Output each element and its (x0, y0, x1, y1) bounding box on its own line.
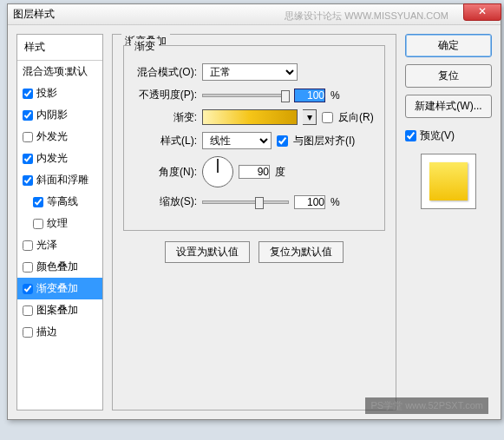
scale-input[interactable] (294, 195, 325, 209)
style-item-5[interactable]: 等高线 (17, 191, 102, 213)
style-checkbox-4[interactable] (23, 175, 33, 186)
blend-mode-label: 混合模式(O): (133, 65, 197, 80)
style-item-3[interactable]: 内发光 (17, 148, 102, 169)
fieldset-title: 渐变 (131, 39, 159, 54)
angle-unit: 度 (275, 165, 285, 180)
style-checkbox-0[interactable] (23, 89, 33, 99)
style-label-1: 内阴影 (36, 108, 68, 122)
style-item-0[interactable]: 投影 (17, 82, 102, 104)
style-item-8[interactable]: 颜色叠加 (17, 256, 102, 278)
style-checkbox-2[interactable] (23, 132, 33, 142)
blend-options-item[interactable]: 混合选项:默认 (17, 61, 102, 82)
watermark-top: 思缘设计论坛 WWW.MISSYUAN.COM (285, 10, 448, 23)
styles-sidebar: 样式 混合选项:默认 投影内阴影外发光内发光斜面和浮雕等高线纹理光泽颜色叠加渐变… (16, 34, 103, 410)
layer-style-dialog: 图层样式 思缘设计论坛 WWW.MISSYUAN.COM ✕ 样式 混合选项:默… (7, 3, 501, 420)
opacity-label: 不透明度(P): (133, 88, 197, 102)
gradient-label: 渐变: (133, 110, 197, 125)
angle-label: 角度(N): (133, 165, 197, 180)
style-item-11[interactable]: 描边 (17, 321, 102, 343)
style-label-8: 颜色叠加 (36, 259, 78, 274)
gradient-dropdown-icon[interactable]: ▾ (303, 109, 317, 125)
opacity-slider[interactable] (202, 94, 289, 97)
scale-unit: % (331, 196, 340, 208)
reset-default-button[interactable]: 复位为默认值 (259, 241, 344, 263)
style-label-9: 渐变叠加 (36, 281, 78, 296)
style-item-10[interactable]: 图案叠加 (17, 299, 102, 321)
right-button-panel: 确定 复位 新建样式(W)... 预览(V) (405, 34, 492, 410)
style-item-7[interactable]: 光泽 (17, 234, 102, 256)
style-checkbox-8[interactable] (23, 262, 33, 273)
style-checkbox-5[interactable] (33, 197, 43, 207)
style-checkbox-6[interactable] (33, 219, 43, 229)
style-label-6: 纹理 (47, 216, 68, 231)
new-style-button[interactable]: 新建样式(W)... (405, 95, 492, 118)
make-default-button[interactable]: 设置为默认值 (165, 241, 250, 263)
style-label-4: 斜面和浮雕 (36, 173, 88, 187)
close-button[interactable]: ✕ (463, 3, 501, 21)
preview-checkbox[interactable] (405, 130, 416, 141)
scale-slider[interactable] (202, 200, 289, 204)
style-label-2: 外发光 (36, 129, 68, 144)
style-item-4[interactable]: 斜面和浮雕 (17, 169, 102, 191)
style-checkbox-7[interactable] (23, 240, 33, 251)
style-item-1[interactable]: 内阴影 (17, 104, 102, 126)
style-checkbox-11[interactable] (23, 327, 33, 338)
style-item-2[interactable]: 外发光 (17, 126, 102, 148)
style-checkbox-3[interactable] (23, 154, 33, 164)
opacity-unit: % (331, 89, 340, 102)
gradient-fieldset: 渐变 混合模式(O): 正常 不透明度(P): % 渐变: ▾ 反向(R) (123, 45, 385, 231)
style-select[interactable]: 线性 (202, 132, 272, 149)
sidebar-header: 样式 (17, 35, 102, 61)
style-label: 样式(L): (133, 134, 197, 148)
align-label: 与图层对齐(I) (293, 134, 355, 148)
preview-swatch (429, 162, 468, 200)
style-list: 混合选项:默认 投影内阴影外发光内发光斜面和浮雕等高线纹理光泽颜色叠加渐变叠加图… (17, 61, 102, 410)
scale-label: 缩放(S): (133, 194, 197, 209)
style-checkbox-9[interactable] (23, 284, 33, 294)
reverse-checkbox[interactable] (322, 112, 333, 123)
gradient-swatch[interactable] (202, 109, 298, 125)
style-label-11: 描边 (36, 325, 57, 339)
cancel-button[interactable]: 复位 (405, 64, 492, 88)
style-item-9[interactable]: 渐变叠加 (17, 278, 102, 299)
style-label-5: 等高线 (47, 194, 78, 209)
titlebar: 图层样式 思缘设计论坛 WWW.MISSYUAN.COM ✕ (8, 4, 501, 25)
reverse-label: 反向(R) (338, 110, 374, 125)
blend-mode-select[interactable]: 正常 (202, 63, 298, 81)
angle-input[interactable] (239, 165, 270, 179)
preview-label: 预览(V) (420, 128, 455, 143)
style-item-6[interactable]: 纹理 (17, 213, 102, 234)
preview-box (421, 154, 476, 209)
align-checkbox[interactable] (277, 135, 288, 147)
style-label-3: 内发光 (36, 151, 68, 166)
style-label-7: 光泽 (36, 238, 57, 253)
style-label-10: 图案叠加 (36, 303, 78, 318)
opacity-input[interactable] (294, 89, 325, 102)
style-label-0: 投影 (36, 86, 57, 101)
angle-dial[interactable] (202, 156, 233, 187)
ok-button[interactable]: 确定 (405, 34, 492, 57)
style-checkbox-1[interactable] (23, 110, 33, 121)
style-checkbox-10[interactable] (23, 305, 33, 316)
gradient-overlay-panel: 渐变叠加 渐变 混合模式(O): 正常 不透明度(P): % 渐变: ▾ (112, 34, 396, 410)
watermark-bottom: PS学堂 www.52PSXT.com (365, 397, 488, 414)
